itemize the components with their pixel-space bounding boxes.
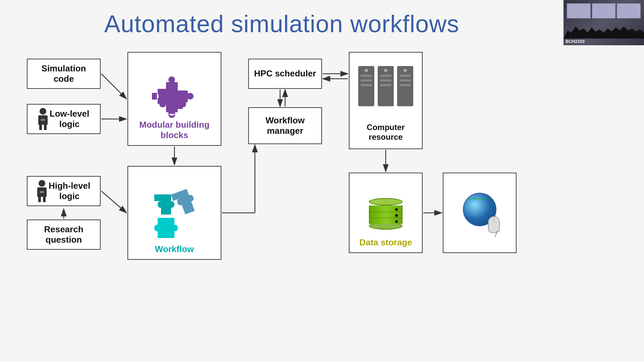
db-dot-3 [395, 220, 398, 223]
db-stripe-1 [370, 212, 402, 212]
hpc-scheduler-box: HPC scheduler [248, 59, 322, 89]
research-question-box: Research question [27, 220, 101, 250]
server-light-3 [404, 69, 407, 72]
modular-label: Modular building blocks [128, 120, 221, 140]
server-tower-3 [397, 66, 413, 106]
server-slot-7 [399, 75, 411, 77]
camera-feed: BCH2103 [564, 0, 644, 45]
server-light [365, 69, 368, 72]
simulation-code-label: Simulation code [42, 63, 86, 84]
person-leg-left-high [38, 197, 41, 202]
slide-title: Automated simulation workflows [0, 10, 564, 38]
code-tag-low: </> [41, 118, 45, 122]
server-slot-3 [361, 84, 372, 86]
svg-line-2 [101, 74, 126, 99]
person-leg-right [44, 125, 47, 130]
diagram: Simulation code </> Low-level logic </> [27, 52, 617, 342]
person-legs-high [38, 197, 46, 202]
server-towers [355, 59, 417, 110]
person-head-high [39, 180, 45, 187]
database-icon [369, 198, 402, 228]
hpc-label: HPC scheduler [254, 68, 316, 79]
low-level-label: Low-level logic [50, 109, 89, 129]
low-level-logic-box: </> Low-level logic [27, 104, 101, 134]
modular-building-blocks-box: Modular building blocks [127, 52, 221, 146]
db-disk-top [369, 198, 402, 205]
server-slot-9 [399, 84, 411, 86]
svg-point-20 [187, 93, 194, 100]
server-tower-1 [358, 66, 374, 106]
server-light-2 [384, 69, 387, 72]
web-output-box [443, 173, 517, 253]
server-slot-5 [380, 79, 391, 81]
person-figure-high: </> [37, 180, 47, 202]
svg-rect-24 [152, 93, 157, 100]
data-storage-box: Data storage [349, 173, 423, 253]
server-slot-6 [380, 84, 391, 86]
screen-2 [592, 3, 616, 18]
workflow-box: Workflow [127, 166, 221, 260]
svg-point-17 [168, 76, 175, 83]
person-head [40, 108, 46, 115]
server-slot-2 [361, 79, 372, 81]
db-dot-1 [395, 208, 398, 211]
teal-puzzle-icon [144, 184, 205, 241]
screen-3 [617, 3, 641, 18]
person-figure-low: </> [38, 108, 48, 130]
workflow-manager-label: Workflow manager [266, 115, 305, 136]
db-side [369, 205, 402, 224]
svg-rect-16 [158, 90, 188, 102]
mouse-cord [495, 231, 498, 237]
person-body-high: </> [37, 187, 47, 197]
data-storage-label: Data storage [350, 237, 422, 248]
computer-resource-box: Computer resource [349, 52, 423, 149]
workflow-label: Workflow [128, 244, 221, 254]
svg-line-4 [101, 191, 126, 213]
purple-puzzle-icon [148, 72, 201, 126]
server-slot-4 [380, 75, 391, 77]
globe-mouse-icon [460, 193, 500, 233]
simulation-code-box: Simulation code [27, 59, 101, 89]
high-level-label: High-level logic [49, 181, 90, 201]
person-legs [39, 125, 47, 130]
person-leg-left [39, 125, 42, 130]
server-slot-1 [361, 75, 372, 77]
audience-silhouette [564, 18, 644, 39]
person-body: </> [38, 115, 48, 125]
screen-1 [567, 3, 591, 18]
research-label: Research question [44, 224, 83, 245]
computer-resource-label: Computer resource [350, 123, 422, 142]
db-dot-2 [395, 214, 398, 217]
high-level-logic-box: </> High-level logic [27, 176, 101, 206]
mouse-scroll-line [494, 219, 494, 223]
person-leg-right-high [43, 197, 46, 202]
arrows-svg [27, 52, 617, 342]
workflow-manager-box: Workflow manager [248, 107, 322, 144]
server-tower-2 [378, 66, 394, 106]
code-tag-high: </> [40, 190, 44, 194]
server-slot-8 [399, 79, 411, 81]
camera-label: BCH2103 [566, 39, 585, 44]
db-stripe-2 [370, 218, 402, 218]
svg-rect-23 [168, 109, 175, 114]
mouse-icon [488, 216, 500, 233]
